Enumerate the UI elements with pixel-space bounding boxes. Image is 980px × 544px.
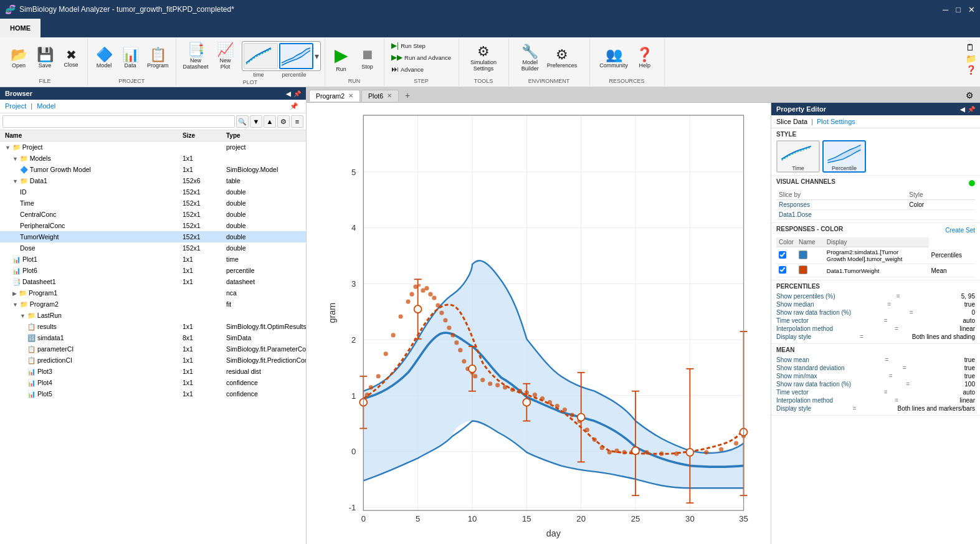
resp-check-2[interactable] bbox=[776, 264, 796, 277]
prop-raw-fraction-pct: Show raw data fraction (%) = 0 bbox=[776, 308, 975, 317]
preferences-button[interactable]: ⚙ Preferences bbox=[544, 46, 581, 70]
tab-program2-close[interactable]: ✕ bbox=[348, 92, 353, 99]
plot-style-dropdown[interactable]: ▾ bbox=[315, 43, 319, 69]
mean-section: MEAN Show mean = true Show standard devi… bbox=[771, 344, 980, 416]
tree-item-peripheralconc[interactable]: PeripheralConc 152x1 double bbox=[0, 220, 306, 231]
resp-check-1[interactable] bbox=[776, 247, 796, 264]
plot-settings-nav[interactable]: Plot Settings bbox=[817, 118, 855, 125]
window-controls[interactable]: ─ □ ✕ bbox=[943, 5, 975, 14]
tree-item-program2[interactable]: ▼📁 Program2 fit bbox=[0, 298, 306, 310]
filter-btn[interactable]: ≡ bbox=[291, 115, 303, 128]
tree-item-project[interactable]: ▼📁 Project project bbox=[0, 141, 306, 153]
model-nav-link[interactable]: Model bbox=[37, 102, 55, 110]
close-button[interactable]: ✕ bbox=[968, 5, 975, 14]
ribbon-tool-3[interactable]: ❓ bbox=[966, 65, 976, 75]
svg-text:3: 3 bbox=[351, 279, 356, 289]
tree-item-program1[interactable]: ▶📁 Program1 nca bbox=[0, 287, 306, 298]
tree-item-plot5[interactable]: 📊 Plot5 1x1 confidence bbox=[0, 388, 306, 399]
percentiles-title: PERCENTILES bbox=[776, 283, 975, 290]
search-button[interactable]: 🔍 bbox=[236, 115, 249, 128]
tree-item-parameterci[interactable]: 📋 parameterCI 1x1 SimBiology.fit.Paramet… bbox=[0, 343, 306, 355]
open-button[interactable]: 📂 Open bbox=[6, 46, 31, 70]
ribbon-tool-2[interactable]: 📁 bbox=[966, 54, 976, 64]
save-button[interactable]: 💾 Save bbox=[32, 46, 57, 70]
svg-point-38 bbox=[406, 300, 411, 304]
sort-up-btn[interactable]: ▲ bbox=[264, 115, 276, 128]
tab-program2[interactable]: Program2 ✕ bbox=[309, 90, 360, 102]
tree-item-dose[interactable]: Dose 152x1 double bbox=[0, 242, 306, 254]
plot-area[interactable]: 5 4 3 2 1 0 -1 0 5 10 15 20 25 30 35 bbox=[307, 103, 771, 544]
svg-point-110 bbox=[632, 447, 639, 454]
svg-point-85 bbox=[734, 441, 738, 446]
style-percentile-btn[interactable]: Percentile bbox=[822, 140, 866, 173]
run-button[interactable]: ▶ Run bbox=[329, 43, 354, 74]
simulation-settings-button[interactable]: ⚙ SimulationSettings bbox=[467, 43, 500, 74]
maximize-button[interactable]: □ bbox=[956, 5, 961, 14]
window-title: SimBiology Model Analyzer - tumor_growth… bbox=[19, 5, 943, 14]
tab-add-button[interactable]: + bbox=[400, 88, 415, 102]
vc-dose-style bbox=[906, 210, 975, 220]
create-set-btn[interactable]: Create Set bbox=[945, 227, 975, 234]
run-step-button[interactable]: ▶| Run Step bbox=[389, 40, 428, 51]
plot-style-percentile[interactable] bbox=[279, 43, 313, 69]
svg-point-56 bbox=[473, 374, 477, 378]
sidebar-collapse-btn[interactable]: ◀ bbox=[286, 90, 291, 97]
resp-checkbox-2[interactable] bbox=[779, 266, 786, 274]
responses-section: RESPONSES - Color Create Set Color Name … bbox=[771, 223, 980, 280]
svg-point-34 bbox=[376, 374, 381, 378]
resp-checkbox-1[interactable] bbox=[779, 251, 786, 259]
filter-dropdown-btn[interactable]: ▼ bbox=[250, 115, 262, 128]
help-button[interactable]: ❓ Help bbox=[632, 46, 657, 70]
sidebar-nav-pin[interactable]: 📌 bbox=[290, 102, 298, 110]
tree-item-tumorweight[interactable]: TumorWeight 152x1 double bbox=[0, 231, 306, 242]
tree-item-time[interactable]: Time 152x1 double bbox=[0, 198, 306, 209]
new-plot-button[interactable]: 📈 NewPlot bbox=[213, 41, 238, 72]
stop-button[interactable]: ⏹ Stop bbox=[355, 45, 380, 72]
tree-item-datasheet1[interactable]: 📑 Datasheet1 1x1 datasheet bbox=[0, 276, 306, 287]
tree-item-plot4[interactable]: 📊 Plot4 1x1 confidence bbox=[0, 377, 306, 388]
tree-item-simdata1[interactable]: 🔢 simdata1 8x1 SimData bbox=[0, 332, 306, 343]
prop-editor-nav: Slice Data | Plot Settings bbox=[771, 115, 980, 128]
plot-style-time[interactable] bbox=[244, 43, 278, 69]
tree-item-data1[interactable]: ▼📁 Data1 152x6 table bbox=[0, 175, 306, 186]
tree-item-predictionci[interactable]: 📋 predictionCI 1x1 SimBiology.fit.Predic… bbox=[0, 355, 306, 366]
property-editor-header: Property Editor ◀ 📌 bbox=[771, 103, 980, 115]
tree-item-models[interactable]: ▼📁 Models 1x1 bbox=[0, 153, 306, 164]
svg-point-53 bbox=[462, 359, 466, 363]
tree-item-plot3[interactable]: 📊 Plot3 1x1 residual dist bbox=[0, 366, 306, 377]
svg-text:15: 15 bbox=[522, 514, 531, 523]
tree-item-plot6[interactable]: 📊 Plot6 1x1 percentile bbox=[0, 265, 306, 276]
minimize-button[interactable]: ─ bbox=[943, 5, 948, 14]
program-button[interactable]: 📋 Program bbox=[144, 46, 172, 70]
slice-data-nav[interactable]: Slice Data bbox=[776, 118, 807, 125]
style-section: STYLE Time bbox=[771, 128, 980, 176]
sidebar-pin-btn[interactable]: 📌 bbox=[293, 90, 301, 97]
content-settings-btn[interactable]: ⚙ bbox=[962, 89, 978, 102]
tree-item-results[interactable]: 📋 results 1x1 SimBiology.fit.OptimResult… bbox=[0, 321, 306, 332]
run-advance-button[interactable]: ▶▶ Run and Advance bbox=[389, 52, 454, 63]
prop-editor-collapse[interactable]: ◀ bbox=[960, 106, 965, 113]
model-builder-button[interactable]: 🔧 ModelBuilder bbox=[518, 43, 543, 74]
tree-item-lastrun[interactable]: ▼📁 LastRun bbox=[0, 310, 306, 321]
settings-btn[interactable]: ⚙ bbox=[277, 115, 290, 128]
data-button[interactable]: 📊 Data bbox=[118, 46, 143, 70]
tree-item-tumor-growth-model[interactable]: 🔷 Tumor Growth Model 1x1 SimBiology.Mode… bbox=[0, 164, 306, 175]
tree-item-plot1[interactable]: 📊 Plot1 1x1 time bbox=[0, 254, 306, 265]
model-button[interactable]: 🔷 Model bbox=[92, 46, 117, 70]
tab-plot6-close[interactable]: ✕ bbox=[387, 92, 392, 99]
close-icon-ribbon: ✖ bbox=[66, 49, 77, 61]
svg-point-58 bbox=[488, 381, 492, 386]
ribbon-tool-1[interactable]: 🗒 bbox=[966, 42, 976, 52]
search-input[interactable] bbox=[2, 115, 235, 128]
community-button[interactable]: 👥 Community bbox=[596, 46, 631, 70]
style-time-btn[interactable]: Time bbox=[776, 140, 820, 173]
close-button-ribbon[interactable]: ✖ Close bbox=[59, 47, 83, 70]
advance-button[interactable]: ⏭ Advance bbox=[389, 64, 426, 75]
project-nav-link[interactable]: Project bbox=[5, 102, 26, 110]
ribbon-tab-home[interactable]: HOME bbox=[0, 19, 40, 37]
tab-plot6[interactable]: Plot6 ✕ bbox=[361, 90, 399, 102]
tree-item-centralconc[interactable]: CentralConc 152x1 double bbox=[0, 209, 306, 220]
new-datasheet-button[interactable]: 📑 NewDatasheet bbox=[180, 41, 212, 72]
tree-item-id[interactable]: ID 152x1 double bbox=[0, 186, 306, 198]
prop-editor-pin[interactable]: 📌 bbox=[968, 106, 975, 113]
